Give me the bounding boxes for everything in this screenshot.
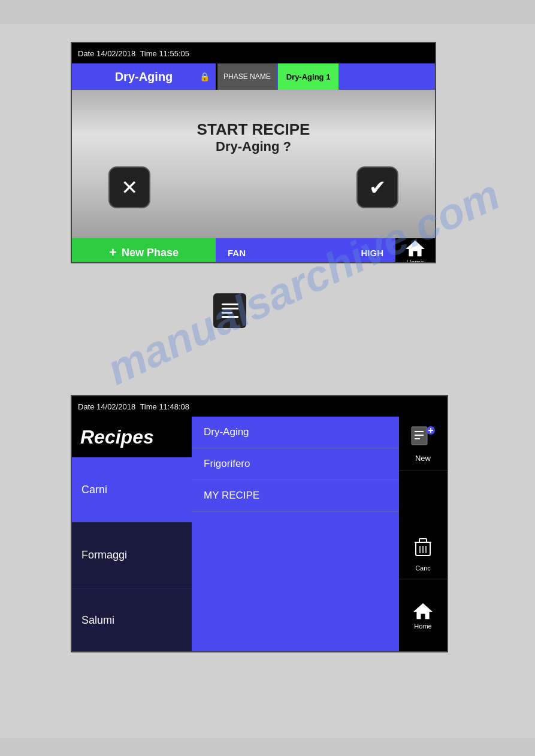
fan-section: FAN HIGH bbox=[216, 238, 395, 263]
screen2-date: Date 14/02/2018 bbox=[78, 402, 135, 411]
phase-name-value: Dry-Aging 1 bbox=[278, 63, 339, 90]
top-bar bbox=[0, 0, 535, 24]
new-label: New bbox=[415, 454, 431, 463]
screen2-home-label: Home bbox=[414, 623, 431, 630]
confirm-icon: ✔ bbox=[369, 175, 386, 199]
new-phase-label: New Phase bbox=[122, 247, 179, 259]
lock-icon: 🔒 bbox=[200, 72, 210, 81]
cancel-icon: ✕ bbox=[121, 175, 138, 199]
screen2-container: Date 14/02/2018 Time 11:48:08 Recipes Ca… bbox=[71, 395, 448, 652]
screen1-title-row: Dry-Aging 🔒 PHASE NAME Dry-Aging 1 bbox=[72, 63, 435, 90]
home-button[interactable]: Home bbox=[395, 238, 435, 263]
doc-line-2 bbox=[222, 308, 238, 309]
svg-marker-14 bbox=[413, 603, 433, 619]
trash-icon bbox=[413, 538, 433, 562]
screen2-header: Date 14/02/2018 Time 11:48:08 bbox=[72, 396, 447, 417]
screen1-action-buttons: ✕ ✔ bbox=[108, 166, 399, 208]
new-phase-plus: + bbox=[109, 245, 117, 260]
fan-label: FAN bbox=[228, 248, 246, 258]
canc-label: Canc bbox=[415, 564, 431, 572]
categories-panel: Recipes Carni Formaggi Salumi bbox=[72, 417, 192, 652]
category-formaggi[interactable]: Formaggi bbox=[72, 523, 192, 588]
home-icon-2 bbox=[412, 602, 434, 620]
recipe-my-recipe[interactable]: MY RECIPE bbox=[192, 480, 399, 512]
doc-line-4 bbox=[222, 316, 238, 318]
svg-rect-10 bbox=[419, 539, 427, 542]
start-recipe-text: START RECIPE Dry-Aging ? bbox=[197, 120, 310, 154]
screen2-time: Time 11:48:08 bbox=[140, 402, 189, 411]
side-actions-panel: New Canc bbox=[399, 417, 447, 652]
screen1-body: START RECIPE Dry-Aging ? ✕ ✔ bbox=[72, 90, 435, 238]
phase-name-label: PHASE NAME bbox=[217, 63, 277, 90]
fan-value: HIGH bbox=[361, 248, 384, 258]
screen1-container: Date 14/02/2018 Time 11:55:05 Dry-Aging … bbox=[71, 42, 436, 263]
new-recipe-icon bbox=[410, 424, 436, 451]
doc-line-3 bbox=[222, 312, 232, 314]
doc-lines bbox=[222, 303, 238, 318]
start-recipe-line2: Dry-Aging ? bbox=[197, 139, 310, 154]
svg-marker-0 bbox=[406, 241, 425, 256]
category-salumi[interactable]: Salumi bbox=[72, 588, 192, 652]
recipes-title: Recipes bbox=[72, 417, 192, 457]
doc-line-1 bbox=[222, 303, 238, 305]
new-recipe-button[interactable]: New bbox=[399, 417, 447, 470]
bottom-bar bbox=[0, 738, 535, 756]
screen1-date: Date 14/02/2018 bbox=[78, 49, 135, 58]
screen1-header: Date 14/02/2018 Time 11:55:05 bbox=[72, 43, 435, 63]
recipe-dry-aging[interactable]: Dry-Aging bbox=[192, 417, 399, 448]
recipes-panel: Dry-Aging Frigorifero MY RECIPE bbox=[192, 417, 399, 652]
recipe-name-text: Dry-Aging bbox=[115, 70, 173, 84]
confirm-button[interactable]: ✔ bbox=[356, 166, 398, 208]
canc-button[interactable]: Canc bbox=[399, 530, 447, 579]
screen1-time: Time 11:55:05 bbox=[140, 49, 189, 58]
recipe-frigorifero[interactable]: Frigorifero bbox=[192, 448, 399, 480]
document-icon-container[interactable] bbox=[213, 293, 249, 329]
screen1-bottom-bar: + New Phase FAN HIGH Home bbox=[72, 238, 435, 263]
screen2-content: Recipes Carni Formaggi Salumi Dry-Aging … bbox=[72, 417, 447, 652]
home-label: Home bbox=[406, 259, 424, 263]
cancel-button[interactable]: ✕ bbox=[108, 166, 150, 208]
category-carni[interactable]: Carni bbox=[72, 457, 192, 523]
start-recipe-line1: START RECIPE bbox=[197, 120, 310, 139]
screen2-home-button[interactable]: Home bbox=[399, 579, 447, 653]
home-icon bbox=[404, 239, 426, 257]
new-phase-button[interactable]: + New Phase bbox=[72, 238, 216, 263]
recipe-name-display: Dry-Aging 🔒 bbox=[72, 63, 216, 90]
document-icon[interactable] bbox=[213, 293, 246, 328]
phase-name-row: PHASE NAME Dry-Aging 1 bbox=[217, 63, 435, 90]
